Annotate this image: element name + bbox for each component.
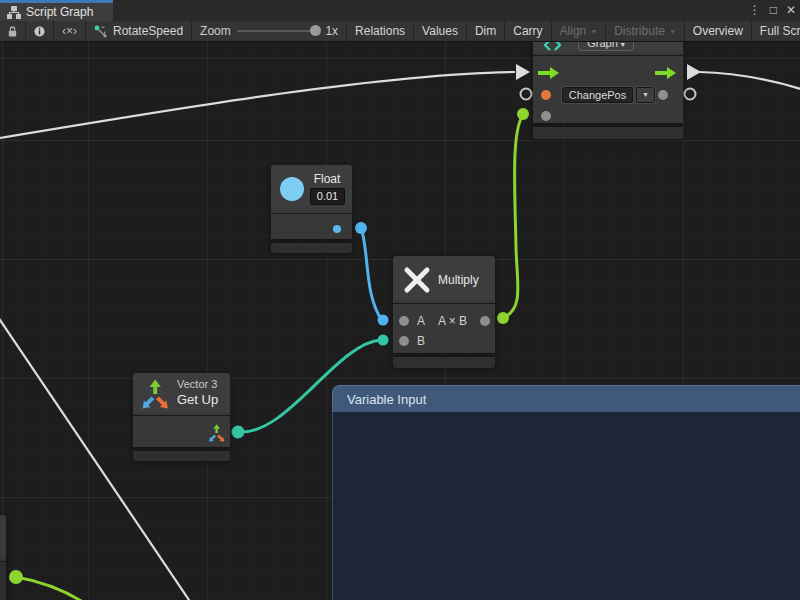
multiply-port-b[interactable] (399, 336, 409, 346)
float-type-icon (279, 176, 305, 202)
float-footer (271, 243, 352, 253)
set-variable-node[interactable]: Graph ▾ ChangePos ▼ (533, 30, 683, 139)
multiply-body: A A × B B (393, 303, 495, 353)
float-header: Float 0.01 (271, 165, 352, 213)
float-body (271, 213, 352, 239)
graph-asset-icon (94, 25, 107, 38)
vector3-body (133, 415, 230, 447)
multiply-title: Multiply (438, 273, 479, 287)
vector-output-dot[interactable] (232, 426, 245, 439)
multiply-port-a-label: A (417, 314, 425, 328)
dim-button[interactable]: Dim (467, 21, 505, 41)
flow-input-port-icon[interactable] (538, 66, 559, 80)
wire-flow-in (0, 72, 515, 139)
multiply-icon (402, 265, 432, 295)
variable-name-port[interactable] (541, 90, 551, 100)
setvariable-output-port-ring[interactable] (685, 89, 696, 100)
wire-multiply-to-setvariable (503, 115, 523, 318)
relations-button[interactable]: Relations (347, 21, 414, 41)
float-title: Float (309, 172, 345, 186)
lock-icon (8, 25, 17, 38)
overview-button[interactable]: Overview (685, 21, 752, 41)
multiply-port-b-label: B (417, 334, 425, 348)
zoom-control: Zoom 1x (192, 21, 347, 41)
wire-green-bottom (16, 577, 86, 600)
multiply-result-port[interactable] (480, 316, 490, 326)
full-screen-button[interactable]: Full Screen (752, 21, 800, 41)
chevron-down-icon: ▼ (669, 28, 676, 35)
float-output-port[interactable] (333, 225, 341, 233)
float-value-input[interactable]: 0.01 (310, 188, 345, 205)
flow-output-port-icon[interactable] (655, 66, 676, 80)
code-view-button[interactable]: ‹×› (54, 21, 86, 41)
multiply-port-a[interactable] (399, 316, 409, 326)
variable-name-dropdown-button[interactable]: ▼ (636, 87, 655, 103)
vector3-getup-node[interactable]: Vector 3 Get Up (133, 373, 230, 461)
values-button[interactable]: Values (414, 21, 467, 41)
multiply-node[interactable]: Multiply A A × B B (393, 256, 495, 368)
multiply-a-input-dot[interactable] (378, 315, 389, 326)
vector3-output-port-icon[interactable] (208, 424, 225, 442)
zoom-slider[interactable] (237, 30, 320, 32)
wire-float-to-multiply (361, 228, 382, 320)
vector3-icon (141, 379, 169, 409)
info-button[interactable] (26, 21, 54, 41)
zoom-label: Zoom (200, 24, 231, 38)
float-output-dot[interactable] (355, 222, 367, 234)
bottom-node-output-dot[interactable] (9, 570, 23, 584)
wire-flow-out (699, 72, 800, 90)
graph-breadcrumb[interactable]: RotateSpeed (86, 21, 192, 41)
graph-toolbar: ‹×› RotateSpeed Zoom 1x Relations Values… (0, 21, 800, 42)
wire-vector-to-multiply (238, 340, 381, 432)
tab-title: Script Graph (26, 5, 93, 19)
chevron-down-icon: ▼ (642, 91, 649, 98)
carry-button[interactable]: Carry (505, 21, 551, 41)
multiply-header: Multiply (393, 256, 495, 303)
float-node[interactable]: Float 0.01 (271, 165, 352, 253)
code-icon: ‹×› (62, 24, 77, 38)
multiply-result-label: A × B (438, 314, 467, 328)
chevron-down-icon: ▼ (590, 28, 597, 35)
flow-out-arrow-icon (687, 64, 701, 80)
align-button[interactable]: Align ▼ (552, 21, 607, 41)
zoom-slider-handle[interactable] (310, 25, 321, 36)
maximize-icon[interactable]: □ (770, 0, 777, 21)
multiply-footer (393, 357, 495, 368)
close-icon[interactable]: ✕ (786, 0, 796, 21)
vector3-header: Vector 3 Get Up (133, 373, 230, 415)
clipped-node[interactable] (0, 515, 6, 600)
lock-button[interactable] (0, 21, 26, 41)
vector3-title: Get Up (177, 392, 218, 407)
flow-in-arrow-icon (516, 64, 530, 80)
tab-script-graph[interactable]: Script Graph (0, 0, 113, 21)
graph-reference-label: RotateSpeed (113, 24, 183, 38)
multiply-result-dot[interactable] (497, 312, 509, 324)
set-variable-footer (533, 127, 683, 139)
set-variable-body: ChangePos ▼ (533, 55, 683, 123)
variable-output-port[interactable] (658, 90, 668, 100)
window-menu-icon[interactable]: ⋮ (749, 0, 761, 21)
setvariable-value-dot[interactable] (517, 108, 529, 120)
vector3-type-label: Vector 3 (177, 378, 217, 390)
variable-name-dropdown[interactable]: ChangePos (562, 87, 633, 103)
script-graph-window: Variable Input (0, 0, 800, 600)
info-icon (34, 25, 45, 38)
script-graph-icon (7, 6, 21, 19)
multiply-b-input-dot[interactable] (378, 335, 389, 346)
setvariable-name-port-ring[interactable] (521, 89, 532, 100)
tab-bar: Script Graph ⋮ □ ✕ (0, 0, 800, 21)
vector3-footer (133, 451, 230, 461)
window-controls: ⋮ □ ✕ (749, 0, 796, 21)
variable-value-port[interactable] (541, 111, 551, 121)
distribute-button[interactable]: Distribute ▼ (606, 21, 685, 41)
zoom-value: 1x (325, 24, 338, 38)
